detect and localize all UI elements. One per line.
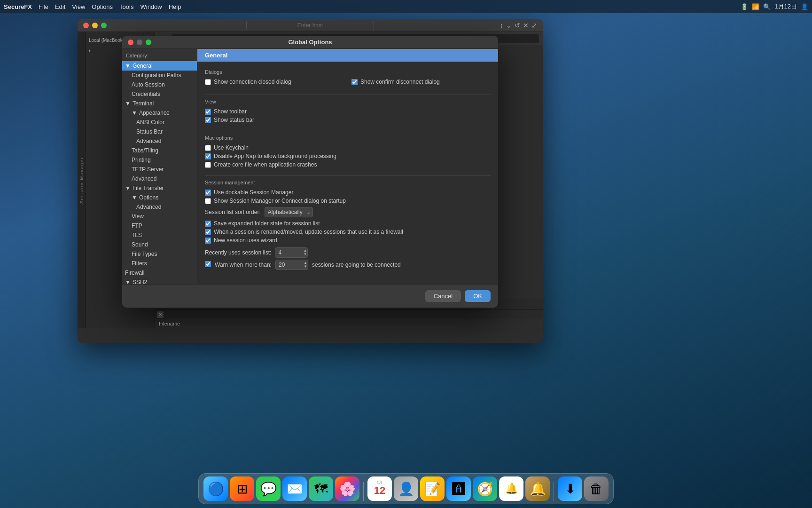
save-expanded-checkbox[interactable] bbox=[205, 221, 211, 227]
category-ssh2[interactable]: ▼ SSH2 bbox=[122, 278, 197, 284]
new-session-wizard-checkbox[interactable] bbox=[205, 238, 211, 244]
category-advanced-appearance[interactable]: Advanced bbox=[122, 136, 197, 146]
show-connection-closed-checkbox[interactable] bbox=[205, 79, 211, 85]
ok-button[interactable]: OK bbox=[465, 290, 491, 302]
category-firewall[interactable]: Firewall bbox=[122, 268, 197, 278]
advanced-appearance-label: Advanced bbox=[136, 138, 161, 144]
wifi-icon: 📶 bbox=[752, 3, 759, 10]
dock-mail[interactable]: ✉️ bbox=[282, 476, 307, 501]
dock-separator2 bbox=[554, 482, 554, 501]
category-ftp[interactable]: FTP bbox=[122, 221, 197, 230]
ssh2-arrow: ▼ bbox=[125, 279, 131, 284]
warn-more-than-checkbox[interactable] bbox=[205, 261, 211, 267]
file-transfer-label: File Transfer bbox=[133, 185, 164, 191]
category-filters[interactable]: Filters bbox=[122, 259, 197, 268]
category-advanced-terminal[interactable]: Advanced bbox=[122, 174, 197, 183]
auto-session-label: Auto Session bbox=[132, 81, 165, 88]
dock-photos[interactable]: 🌸 bbox=[335, 476, 359, 501]
dock-download[interactable]: ⬇ bbox=[558, 476, 582, 501]
show-confirm-disconnect-checkbox[interactable] bbox=[351, 79, 358, 85]
dock-calendar[interactable]: 1月 12 bbox=[367, 476, 392, 501]
new-session-wizard-label: New session uses wizard bbox=[214, 237, 277, 244]
dock-appstore[interactable]: 🅰 bbox=[446, 476, 471, 501]
category-file-types[interactable]: File Types bbox=[122, 249, 197, 259]
category-tabs-tiling[interactable]: Tabs/Tiling bbox=[122, 146, 197, 155]
show-toolbar-checkbox[interactable] bbox=[205, 109, 211, 115]
file-types-label: File Types bbox=[132, 251, 157, 257]
category-printing[interactable]: Printing bbox=[122, 155, 197, 165]
mac-options-group: Mac options Use Keychain Disable App Nap… bbox=[205, 135, 491, 168]
menubar-window[interactable]: Window bbox=[140, 3, 162, 10]
when-renamed-label: When a session is renamed/moved, update … bbox=[214, 229, 403, 235]
warn-value-down[interactable]: ▼ bbox=[304, 265, 307, 269]
category-credentials[interactable]: Credentials bbox=[122, 89, 197, 99]
category-options[interactable]: ▼ Options bbox=[122, 193, 197, 202]
category-advanced-ft[interactable]: Advanced bbox=[122, 202, 197, 212]
firewall-label: Firewall bbox=[125, 270, 144, 276]
category-tls[interactable]: TLS bbox=[122, 230, 197, 240]
menubar-help[interactable]: Help bbox=[169, 3, 181, 10]
category-config-paths[interactable]: Configuration Paths bbox=[122, 71, 197, 80]
sort-order-select-wrapper[interactable]: Alphabetically By Date Custom bbox=[265, 207, 313, 217]
sessions-going-label: sessions are going to be connected bbox=[312, 262, 401, 268]
category-auto-session[interactable]: Auto Session bbox=[122, 80, 197, 89]
menubar-time: 1月12日 bbox=[774, 2, 797, 11]
dock-apps1[interactable]: 🔔 bbox=[525, 476, 550, 501]
appearance-label: Appearance bbox=[139, 110, 170, 116]
disable-app-nap-checkbox[interactable] bbox=[205, 153, 211, 159]
modal-close-button[interactable] bbox=[128, 40, 133, 45]
category-general[interactable]: ▼ General bbox=[122, 61, 197, 71]
menubar-left: SecureFX File Edit View Options Tools Wi… bbox=[4, 3, 181, 10]
modal-min-button[interactable] bbox=[137, 40, 142, 45]
modal-title: Global Options bbox=[288, 39, 332, 46]
sort-order-row: Session list sort order: Alphabetically … bbox=[205, 207, 491, 217]
menubar-tools[interactable]: Tools bbox=[119, 3, 133, 10]
advanced-ft-label: Advanced bbox=[136, 204, 161, 210]
view-group: View Show toolbar Show status bar bbox=[205, 99, 491, 123]
use-dockable-checkbox[interactable] bbox=[205, 190, 211, 196]
category-ansi-color[interactable]: ANSI Color bbox=[122, 118, 197, 127]
dock-messages[interactable]: 💬 bbox=[256, 476, 281, 501]
dock-safari[interactable]: 🧭 bbox=[473, 476, 497, 501]
category-tftp-server[interactable]: TFTP Server bbox=[122, 165, 197, 174]
dock-maps[interactable]: 🗺 bbox=[309, 476, 333, 501]
when-renamed-checkbox[interactable] bbox=[205, 229, 211, 235]
dock-launchpad[interactable]: ⊞ bbox=[230, 476, 254, 501]
show-status-bar-checkbox[interactable] bbox=[205, 117, 211, 123]
category-view[interactable]: View bbox=[122, 212, 197, 221]
dock-notes[interactable]: 📝 bbox=[420, 476, 445, 501]
dock-finder[interactable]: 🔵 bbox=[203, 476, 228, 501]
search-icon[interactable]: 🔍 bbox=[763, 3, 771, 10]
cancel-button[interactable]: Cancel bbox=[425, 290, 461, 302]
menubar-view[interactable]: View bbox=[72, 3, 85, 10]
create-core-file-row: Create core file when application crashe… bbox=[205, 161, 491, 168]
category-file-transfer[interactable]: ▼ File Transfer bbox=[122, 183, 197, 193]
show-connection-closed-row: Show connection closed dialog bbox=[205, 79, 344, 85]
category-sound[interactable]: Sound bbox=[122, 240, 197, 249]
menubar-options[interactable]: Options bbox=[92, 3, 113, 10]
category-status-bar[interactable]: Status Bar bbox=[122, 127, 197, 136]
modal-max-button[interactable] bbox=[146, 40, 151, 45]
create-core-file-checkbox[interactable] bbox=[205, 162, 211, 168]
show-session-mgr-row: Show Session Manager or Connect dialog o… bbox=[205, 198, 491, 204]
session-mgmt-title: Session management bbox=[205, 180, 491, 185]
menubar-file[interactable]: File bbox=[39, 3, 48, 10]
disable-app-nap-row: Disable App Nap to allow background proc… bbox=[205, 153, 491, 159]
recently-used-down[interactable]: ▼ bbox=[303, 253, 307, 256]
warn-more-than-check-row bbox=[205, 261, 211, 267]
save-expanded-label: Save expanded folder state for session l… bbox=[214, 220, 320, 227]
dock-contacts[interactable]: 👤 bbox=[394, 476, 418, 501]
tls-label: TLS bbox=[132, 232, 142, 238]
menubar-edit[interactable]: Edit bbox=[55, 3, 65, 10]
sound-label: Sound bbox=[132, 241, 148, 248]
sort-order-select[interactable]: Alphabetically By Date Custom bbox=[265, 207, 313, 217]
dock-reminders[interactable]: 🔔 bbox=[499, 476, 523, 501]
category-appearance[interactable]: ▼ Appearance bbox=[122, 108, 197, 118]
dock-separator bbox=[363, 482, 364, 501]
show-session-mgr-checkbox[interactable] bbox=[205, 198, 211, 204]
use-keychain-checkbox[interactable] bbox=[205, 145, 211, 151]
menubar-app-name[interactable]: SecureFX bbox=[4, 3, 32, 10]
category-terminal[interactable]: ▼ Terminal bbox=[122, 99, 197, 108]
dock-trash[interactable]: 🗑 bbox=[584, 476, 609, 501]
show-confirm-disconnect-label: Show confirm disconnect dialog bbox=[360, 79, 440, 85]
